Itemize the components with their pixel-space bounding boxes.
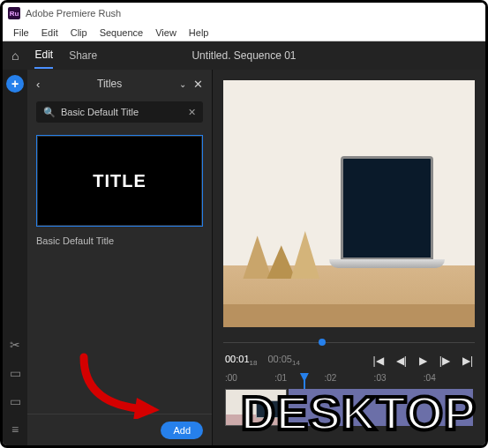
svg-marker-1 [267, 245, 296, 279]
laptop-graphic [329, 156, 445, 304]
app-icon: Ru [8, 7, 20, 19]
topbar: ⌂ Edit Share Untitled. Sequence 01 [3, 41, 485, 70]
menubar: File Edit Clip Sequence View Help [3, 24, 485, 41]
tab-share[interactable]: Share [69, 43, 97, 68]
time-ruler[interactable]: :00 :01 :02 :03 :04 [213, 373, 485, 389]
scrub-handle[interactable] [319, 339, 326, 346]
menu-view[interactable]: View [150, 26, 182, 40]
playback-controls: 00:0118 00:0514 |◀ ◀| ▶ |▶ ▶| [213, 348, 485, 373]
clear-search-icon[interactable]: ✕ [188, 107, 196, 118]
timecode-current: 00:0118 [225, 354, 257, 367]
title-preset-thumb[interactable]: TITLE [36, 135, 203, 227]
tab-edit[interactable]: Edit [34, 42, 53, 69]
video-clip[interactable] [225, 389, 287, 426]
app-title: Adobe Premiere Rush [26, 8, 121, 19]
back-icon[interactable]: ‹ [36, 78, 40, 91]
skip-back-icon[interactable]: |◀ [373, 355, 384, 367]
menu-edit[interactable]: Edit [36, 26, 64, 40]
step-back-icon[interactable]: ◀| [396, 355, 407, 367]
titles-panel: ‹ Titles ⌄ ✕ 🔍 ✕ TITLE Basic Default Tit… [27, 70, 213, 445]
svg-marker-0 [244, 235, 272, 279]
decor-prisms [238, 205, 334, 304]
preview-area: 00:0118 00:0514 |◀ ◀| ▶ |▶ ▶| :00 :01 :0… [213, 70, 485, 445]
menu-file[interactable]: File [8, 26, 34, 40]
thumb-text: TITLE [38, 137, 201, 225]
close-panel-icon[interactable]: ✕ [193, 78, 203, 91]
panel-title: Titles [47, 78, 172, 90]
program-monitor[interactable] [223, 80, 475, 327]
timecode-total: 00:0514 [267, 354, 299, 367]
scrub-bar[interactable] [223, 336, 475, 348]
home-icon[interactable]: ⌂ [11, 49, 19, 63]
tracks-icon[interactable]: ≡ [11, 422, 19, 437]
step-fwd-icon[interactable]: |▶ [439, 355, 450, 367]
add-button[interactable]: Add [161, 422, 203, 439]
skip-fwd-icon[interactable]: ▶| [462, 355, 473, 367]
chevron-down-icon[interactable]: ⌄ [179, 79, 186, 89]
menu-clip[interactable]: Clip [65, 26, 93, 40]
menu-help[interactable]: Help [184, 26, 214, 40]
search-bar: 🔍 ✕ [36, 101, 203, 123]
title-clip[interactable] [289, 389, 473, 426]
menu-sequence[interactable]: Sequence [94, 26, 149, 40]
add-media-button[interactable]: + [6, 75, 24, 93]
sequence-title: Untitled. Sequence 01 [191, 49, 296, 62]
search-input[interactable] [61, 107, 183, 117]
timeline-tracks[interactable] [225, 389, 473, 438]
window-titlebar: Ru Adobe Premiere Rush [3, 3, 485, 24]
thumb-label: Basic Default Title [27, 230, 212, 251]
play-icon[interactable]: ▶ [419, 355, 427, 367]
svg-marker-2 [291, 231, 319, 279]
tool-icon-2[interactable]: ▭ [10, 394, 21, 408]
scissors-icon[interactable]: ✂ [10, 338, 20, 352]
search-icon: 🔍 [43, 107, 56, 118]
tool-icon-1[interactable]: ▭ [10, 366, 21, 380]
